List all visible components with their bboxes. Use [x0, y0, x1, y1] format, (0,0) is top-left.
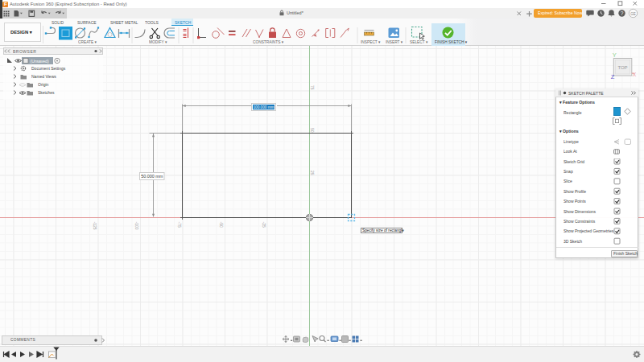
- svg-text:?: ?: [621, 10, 624, 16]
- svg-text:25: 25: [310, 171, 315, 175]
- svg-text:50: 50: [310, 128, 315, 133]
- svg-text:TOP: TOP: [617, 65, 627, 70]
- svg-text:100.000 mm: 100.000 mm: [253, 105, 274, 109]
- svg-text:75: 75: [310, 85, 315, 90]
- svg-text:-50: -50: [219, 222, 224, 228]
- svg-text:Y: Y: [613, 51, 617, 59]
- svg-text:-100: -100: [134, 222, 139, 230]
- svg-text:-125: -125: [93, 222, 97, 230]
- svg-text:X: X: [633, 72, 637, 77]
- svg-text:GE: GE: [630, 12, 636, 16]
- svg-text:-25: -25: [262, 222, 266, 228]
- svg-text:(Unsaved): (Unsaved): [31, 59, 49, 64]
- svg-text:50.000 mm: 50.000 mm: [141, 174, 163, 179]
- svg-text:-75: -75: [177, 222, 182, 228]
